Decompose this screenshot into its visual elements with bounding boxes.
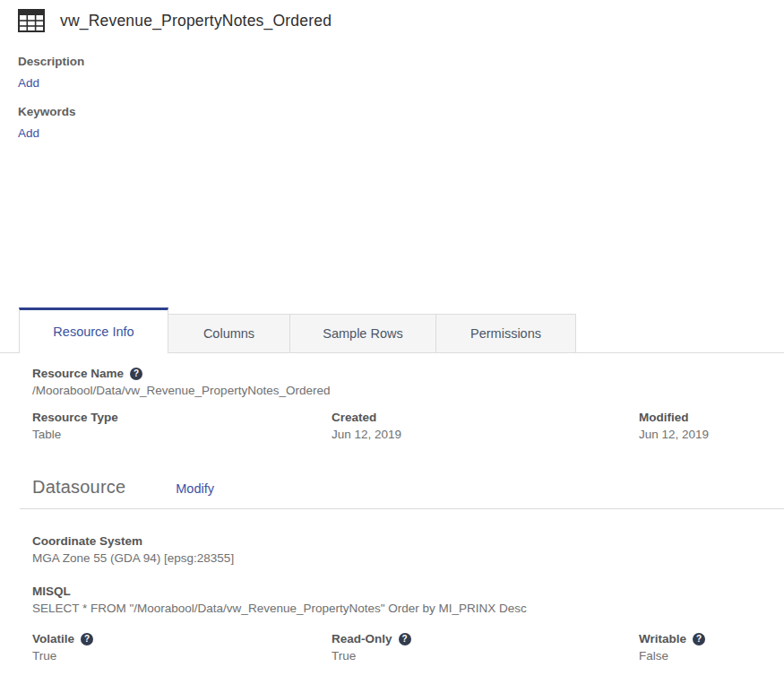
writable-label: Writable: [639, 632, 686, 645]
help-icon[interactable]: ?: [130, 368, 142, 380]
page-header: vw_Revenue_PropertyNotes_Ordered: [0, 0, 784, 32]
meta-block: Description Add Keywords Add: [0, 55, 784, 141]
modified-label: Modified: [639, 411, 766, 424]
read-only-value: True: [332, 649, 639, 663]
tab-bar: Resource Info Columns Sample Rows Permis…: [0, 308, 784, 353]
created-label: Created: [332, 411, 639, 424]
resource-type-field: Resource Type Table: [32, 411, 332, 441]
writable-field: Writable ? False: [639, 632, 766, 663]
page-title: vw_Revenue_PropertyNotes_Ordered: [60, 12, 332, 30]
modified-value: Jun 12, 2019: [639, 428, 766, 441]
modified-field: Modified Jun 12, 2019: [639, 411, 766, 441]
datasource-heading: Datasource: [32, 477, 125, 498]
resource-type-label: Resource Type: [32, 411, 332, 424]
datasource-panel: Coordinate System MGA Zone 55 (GDA 94) […: [0, 534, 784, 663]
keywords-label: Keywords: [18, 105, 784, 118]
read-only-label: Read-Only: [332, 632, 392, 645]
spacer: [0, 141, 784, 308]
volatile-value: True: [32, 649, 332, 663]
volatile-field: Volatile ? True: [32, 632, 332, 663]
created-field: Created Jun 12, 2019: [332, 411, 639, 441]
flags-row: Volatile ? True Read-Only ? True Writabl…: [32, 632, 766, 663]
read-only-field: Read-Only ? True: [332, 632, 639, 663]
section-divider: [20, 508, 784, 509]
description-label: Description: [18, 55, 784, 68]
volatile-label: Volatile: [32, 632, 74, 645]
resource-name-field: Resource Name ? /Moorabool/Data/vw_Reven…: [32, 367, 766, 397]
keywords-add-link[interactable]: Add: [18, 126, 39, 140]
resource-type-row: Resource Type Table Created Jun 12, 2019…: [32, 411, 766, 441]
tab-sample-rows[interactable]: Sample Rows: [289, 314, 436, 352]
resource-name-value: /Moorabool/Data/vw_Revenue_PropertyNotes…: [32, 384, 766, 397]
datasource-header: Datasource Modify: [32, 477, 766, 498]
misql-label: MISQL: [32, 585, 766, 598]
help-icon[interactable]: ?: [399, 633, 411, 645]
coordinate-system-label: Coordinate System: [32, 534, 766, 548]
description-add-link[interactable]: Add: [18, 76, 39, 90]
table-icon: [18, 9, 45, 32]
tab-columns[interactable]: Columns: [168, 314, 290, 352]
help-icon[interactable]: ?: [81, 633, 93, 645]
help-icon[interactable]: ?: [693, 633, 705, 645]
created-value: Jun 12, 2019: [332, 428, 639, 441]
coordinate-system-value: MGA Zone 55 (GDA 94) [epsg:28355]: [32, 551, 766, 565]
tab-resource-info[interactable]: Resource Info: [19, 308, 168, 353]
tab-permissions[interactable]: Permissions: [435, 314, 576, 352]
coordinate-system-field: Coordinate System MGA Zone 55 (GDA 94) […: [32, 534, 766, 565]
misql-field: MISQL SELECT * FROM "/Moorabool/Data/vw_…: [32, 585, 766, 615]
resource-type-value: Table: [32, 428, 332, 441]
modify-link[interactable]: Modify: [176, 481, 214, 496]
resource-info-panel: Resource Name ? /Moorabool/Data/vw_Reven…: [0, 367, 784, 498]
writable-value: False: [639, 649, 766, 663]
misql-value: SELECT * FROM "/Moorabool/Data/vw_Revenu…: [32, 602, 766, 615]
resource-name-label: Resource Name: [32, 367, 124, 380]
